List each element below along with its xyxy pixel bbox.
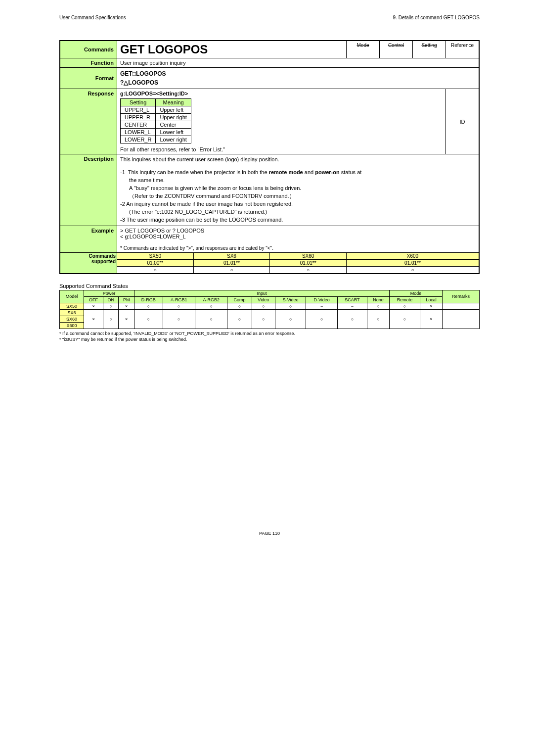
scs-cell: ×	[84, 303, 103, 309]
scs-cell: ○	[227, 303, 252, 309]
description-line: -2 An inquiry cannot be made if the user…	[120, 200, 476, 208]
scs-cell: ○	[306, 309, 337, 329]
scs-hdr-remarks: Remarks	[443, 290, 480, 303]
scs-sub: PM	[119, 296, 134, 303]
scs-cell: ○	[367, 309, 389, 329]
scs-model: SX60	[60, 316, 84, 322]
tag-setting: Setting	[413, 41, 446, 58]
scs-cell: ×	[84, 309, 103, 329]
scs-cell: −	[306, 303, 337, 309]
description-main: This inquires about the current user scr…	[120, 156, 476, 164]
notes: * If a command cannot be supported, 'INV…	[59, 331, 480, 343]
scs-title: Supported Command States	[59, 283, 480, 289]
response-right: ID	[446, 89, 480, 154]
tag-reference: Reference	[446, 41, 480, 58]
bold-remote-mode: remote mode	[269, 169, 303, 175]
page-header: User Command Specifications 9. Details o…	[59, 15, 480, 20]
example-note: * Commands are indicated by ">", and res…	[120, 245, 476, 251]
scs-sub: Comp	[227, 296, 252, 303]
scs-sub: Local	[420, 296, 442, 303]
scs-model: SX6	[60, 309, 84, 316]
command-table: Commands GET LOGOPOS Mode Control Settin…	[59, 40, 480, 274]
supported-model: SX6	[193, 252, 270, 259]
format-value: GET□LOGOPOS ?△LOGOPOS	[117, 68, 480, 89]
settings-cell: Lower left	[156, 129, 191, 136]
scs-cell: ○	[163, 303, 195, 309]
description-line: A "busy" response is given while the zoo…	[120, 185, 476, 192]
scs-hdr-input: Input	[134, 290, 389, 296]
scs-model: X600	[60, 322, 84, 329]
settings-cell: Upper left	[156, 106, 191, 114]
supported-mark: ○	[347, 266, 480, 274]
response-header: g:LOGOPOS=<Setting:ID>	[120, 91, 443, 96]
settings-table: Setting Meaning UPPER_LUpper left UPPER_…	[120, 98, 191, 143]
description-line: -3 The user image position can be set by…	[120, 216, 476, 224]
description-line: the same time.	[120, 177, 476, 185]
scs-cell: ○	[103, 303, 119, 309]
scs-hdr-power: Power	[84, 290, 134, 296]
scs-sub: ON	[103, 296, 119, 303]
supported-version: 01.00**	[117, 259, 194, 266]
settings-cell: Lower right	[156, 136, 191, 143]
scs-sub: D-RGB	[134, 296, 163, 303]
scs-cell: ○	[367, 303, 389, 309]
commands-label: Commands	[60, 41, 117, 58]
supported-version: 01.01**	[270, 259, 347, 266]
supported-model: X600	[347, 252, 480, 259]
settings-cell: CENTER	[121, 121, 156, 129]
tag-control: Control	[380, 41, 413, 58]
example-line1: > GET LOGOPOS or ? LOGOPOS	[120, 228, 476, 234]
bold-power-on: power-on	[315, 169, 340, 175]
note-line: * If a command cannot be supported, 'INV…	[59, 331, 480, 337]
settings-cell: LOWER_R	[121, 136, 156, 143]
scs-cell: ○	[195, 303, 227, 309]
page: User Command Specifications 9. Details o…	[0, 0, 534, 556]
function-label: Function	[60, 58, 117, 68]
scs-cell: ○	[134, 303, 163, 309]
note-line: * "i:BUSY" may be returned if the power …	[59, 336, 480, 343]
scs-sub: S-Video	[275, 296, 306, 303]
scs-sub: OFF	[84, 296, 103, 303]
scs-cell: ×	[420, 303, 442, 309]
settings-cell: LOWER_L	[121, 129, 156, 136]
scs-sub: Video	[252, 296, 275, 303]
supported-mark: ○	[117, 266, 194, 274]
settings-col-meaning: Meaning	[156, 99, 191, 106]
settings-cell: UPPER_R	[121, 114, 156, 121]
function-text: User image position inquiry	[117, 58, 480, 68]
scs-cell: ○	[103, 309, 119, 329]
scs-sub: SCART	[337, 296, 367, 303]
scs-sub: None	[367, 296, 389, 303]
description-label: Description	[60, 154, 117, 226]
example-label: Example	[60, 226, 117, 252]
scs-cell: ○	[275, 303, 306, 309]
response-body: g:LOGOPOS=<Setting:ID> Setting Meaning U…	[117, 89, 446, 154]
scs-sub: A-RGB2	[195, 296, 227, 303]
description-line: （Refer to the ZCONTDRV command and FCONT…	[120, 192, 476, 200]
command-title: GET LOGOPOS	[117, 41, 347, 58]
scs-hdr-model: Model	[60, 290, 84, 303]
format-line2: ?△LOGOPOS	[120, 78, 476, 87]
supported-label-2: supported	[61, 259, 116, 264]
scs-cell: ○	[252, 309, 275, 329]
format-label: Format	[60, 68, 117, 89]
scs-cell: ○	[227, 309, 252, 329]
supported-label: Commands supported	[60, 252, 117, 274]
description-line: (The error "e:1002 NO_LOGO_CAPTURED" is …	[120, 208, 476, 216]
response-label: Response	[60, 89, 117, 154]
supported-version: 01.01**	[347, 259, 480, 266]
scs-table: Model Power Input Mode Remarks OFF ON PM…	[59, 290, 480, 329]
description-line: -1 This inquiry can be made when the pro…	[120, 169, 476, 177]
scs-sub: Remote	[389, 296, 420, 303]
supported-mark: ○	[270, 266, 347, 274]
scs-cell	[443, 303, 480, 309]
settings-cell: UPPER_L	[121, 106, 156, 114]
scs-sub: D-Video	[306, 296, 337, 303]
scs-cell: ○	[195, 309, 227, 329]
scs-cell: ×	[119, 303, 134, 309]
scs-cell	[443, 309, 480, 329]
scs-cell: ○	[134, 309, 163, 329]
supported-mark: ○	[193, 266, 270, 274]
format-line1: GET□LOGOPOS	[120, 69, 476, 78]
scs-hdr-mode: Mode	[389, 290, 442, 296]
